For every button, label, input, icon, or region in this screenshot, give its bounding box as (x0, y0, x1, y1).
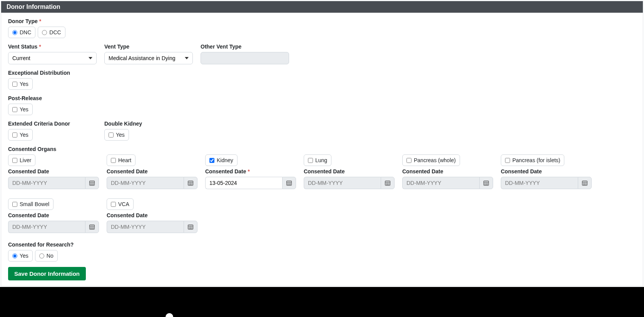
consented-date-input[interactable] (402, 177, 479, 189)
double-kidney-label: Double Kidney (104, 121, 193, 127)
donor-type-label: Donor Type * (8, 18, 97, 24)
consented-date-label: Consented Date * (205, 168, 296, 174)
organ-block-heart: HeartConsented Date (107, 154, 197, 189)
donor-type-dcc[interactable]: DCC (38, 27, 65, 38)
consented-research-label: Consented for Research? (8, 242, 97, 248)
consented-date-label: Consented Date (107, 168, 197, 174)
organ-checkbox-heart[interactable]: Heart (107, 154, 135, 166)
donor-info-panel: Donor Information Donor Type * DNCDCC Ve… (1, 1, 643, 286)
organ-block-liver: LiverConsented Date (8, 154, 99, 189)
post-release-label: Post-Release (8, 95, 97, 101)
consented-date-label: Consented Date (402, 168, 493, 174)
calendar-icon[interactable] (578, 177, 592, 189)
other-vent-type-label: Other Vent Type (201, 44, 289, 50)
consented-date-label: Consented Date (8, 168, 99, 174)
organ-block-pancreas-for-islets-: Pancreas (for islets)Consented Date (501, 154, 592, 189)
consented-research-yes[interactable]: Yes (8, 250, 33, 262)
consented-date-input[interactable] (205, 177, 282, 189)
consented-research-group: YesNo (8, 250, 58, 262)
calendar-icon[interactable] (381, 177, 395, 189)
organ-checkbox-pancreas-whole-[interactable]: Pancreas (whole) (402, 154, 460, 166)
calendar-icon[interactable] (282, 177, 296, 189)
consented-date-label: Consented Date (501, 168, 592, 174)
consented-date-input[interactable] (501, 177, 578, 189)
consented-date-label: Consented Date (304, 168, 395, 174)
calendar-icon[interactable] (85, 221, 99, 233)
exceptional-distribution-yes[interactable]: Yes (8, 78, 33, 90)
calendar-icon[interactable] (184, 177, 197, 189)
panel-title: Donor Information (1, 1, 643, 13)
consented-research-no[interactable]: No (35, 250, 58, 262)
donor-type-group: DNCDCC (8, 27, 65, 38)
donor-type-dnc[interactable]: DNC (8, 27, 35, 38)
consented-date-label: Consented Date (107, 212, 197, 218)
organ-block-small-bowel: Small BowelConsented Date (8, 198, 99, 233)
consented-date-input[interactable] (107, 177, 184, 189)
calendar-icon[interactable] (85, 177, 99, 189)
organ-checkbox-vca[interactable]: VCA (107, 198, 134, 210)
save-button[interactable]: Save Donor Information (8, 267, 86, 280)
post-release-yes[interactable]: Yes (8, 104, 33, 115)
consented-organs-label: Consented Organs (8, 146, 636, 152)
vent-type-label: Vent Type (104, 44, 193, 50)
other-vent-type-input (201, 52, 289, 64)
consented-date-input[interactable] (304, 177, 381, 189)
double-kidney-yes[interactable]: Yes (104, 129, 129, 141)
vent-status-label: Vent Status * (8, 44, 97, 50)
consented-date-label: Consented Date (8, 212, 99, 218)
organ-checkbox-liver[interactable]: Liver (8, 154, 35, 166)
white-dot (166, 313, 173, 317)
extended-criteria-yes[interactable]: Yes (8, 129, 33, 141)
extended-criteria-label: Extended Criteria Donor (8, 121, 97, 127)
organ-block-vca: VCAConsented Date (107, 198, 197, 233)
consented-date-input[interactable] (8, 177, 85, 189)
calendar-icon[interactable] (479, 177, 493, 189)
vent-status-select[interactable]: Current (8, 52, 97, 64)
vent-type-select[interactable]: Medical Assistance in Dying (104, 52, 193, 64)
organ-block-lung: LungConsented Date (304, 154, 395, 189)
organ-checkbox-kidney[interactable]: Kidney (205, 154, 238, 166)
organ-block-kidney: KidneyConsented Date * (205, 154, 296, 189)
organ-checkbox-pancreas-for-islets-[interactable]: Pancreas (for islets) (501, 154, 564, 166)
organ-checkbox-small-bowel[interactable]: Small Bowel (8, 198, 54, 210)
organ-checkbox-lung[interactable]: Lung (304, 154, 331, 166)
consented-date-input[interactable] (107, 221, 184, 233)
consented-date-input[interactable] (8, 221, 85, 233)
consented-organs-grid: LiverConsented DateHeartConsented DateKi… (8, 154, 636, 240)
organ-block-pancreas-whole-: Pancreas (whole)Consented Date (402, 154, 493, 189)
exceptional-distribution-label: Exceptional Distribution (8, 70, 97, 76)
calendar-icon[interactable] (184, 221, 197, 233)
footer-black-bar (0, 287, 644, 317)
